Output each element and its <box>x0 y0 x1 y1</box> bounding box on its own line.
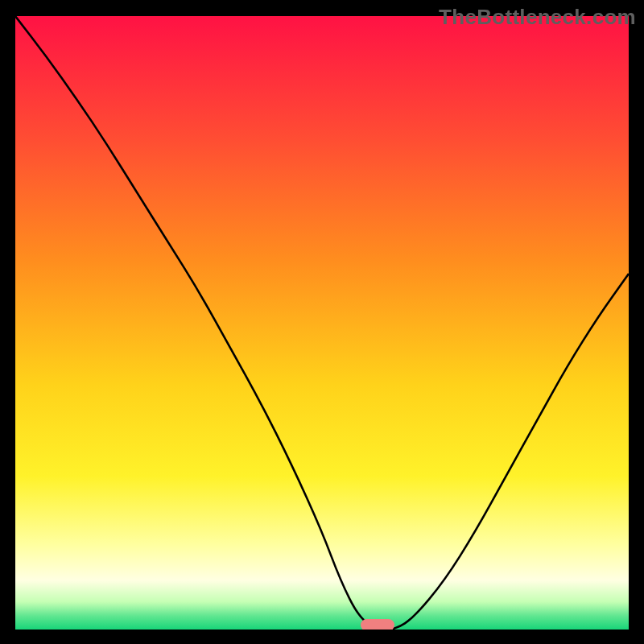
plot-area <box>15 16 629 630</box>
gradient-rect <box>15 16 629 630</box>
optimal-marker <box>361 619 394 630</box>
watermark-text: TheBottleneck.com <box>439 5 636 30</box>
chart-svg <box>15 16 629 630</box>
chart-frame: TheBottleneck.com <box>0 0 644 644</box>
